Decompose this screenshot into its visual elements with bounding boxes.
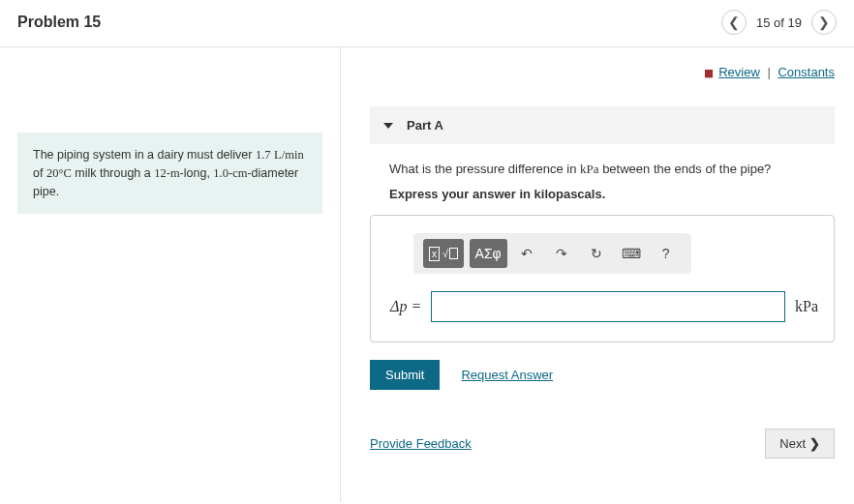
variable-label: Δp = [390, 298, 421, 315]
reset-button[interactable]: ↻ [581, 239, 612, 268]
next-label: Next [779, 436, 806, 451]
help-button[interactable]: ? [651, 239, 682, 268]
redo-button[interactable]: ↷ [546, 239, 577, 268]
review-link[interactable]: Review [718, 65, 760, 79]
next-button[interactable]: Next ❯ [765, 429, 835, 459]
equation-toolbar: x √ ΑΣφ ↶ ↷ ↻ ⌨ ? [413, 233, 691, 274]
page-title: Problem 15 [17, 14, 101, 31]
templates-button[interactable]: x √ [423, 239, 464, 268]
pager-text: 15 of 19 [756, 15, 802, 30]
caret-down-icon [383, 123, 393, 129]
keyboard-button[interactable]: ⌨ [616, 239, 647, 268]
part-header[interactable]: Part A [370, 106, 835, 144]
next-button-top[interactable]: ❯ [811, 10, 837, 35]
answer-input[interactable] [431, 291, 785, 322]
instruction-text: Express your answer in kilopascals. [389, 187, 835, 201]
prev-button[interactable]: ❮ [721, 10, 747, 35]
chevron-right-icon: ❯ [809, 436, 820, 451]
answer-box: x √ ΑΣφ ↶ ↷ ↻ ⌨ ? Δp = kPa [370, 215, 835, 342]
greek-button[interactable]: ΑΣφ [470, 239, 507, 268]
part-label: Part A [407, 118, 443, 133]
undo-button[interactable]: ↶ [511, 239, 542, 268]
book-icon: ▮▮ [704, 67, 712, 78]
problem-statement: The piping system in a dairy must delive… [17, 133, 322, 214]
provide-feedback-link[interactable]: Provide Feedback [370, 436, 472, 451]
separator: | [767, 65, 770, 79]
request-answer-link[interactable]: Request Answer [461, 368, 553, 382]
chevron-left-icon: ❮ [728, 15, 740, 30]
chevron-right-icon: ❯ [818, 15, 830, 30]
question-text: What is the pressure difference in kPa b… [389, 162, 835, 177]
constants-link[interactable]: Constants [778, 65, 835, 79]
unit-label: kPa [795, 298, 818, 315]
pager: ❮ 15 of 19 ❯ [721, 10, 837, 35]
submit-button[interactable]: Submit [370, 360, 440, 390]
